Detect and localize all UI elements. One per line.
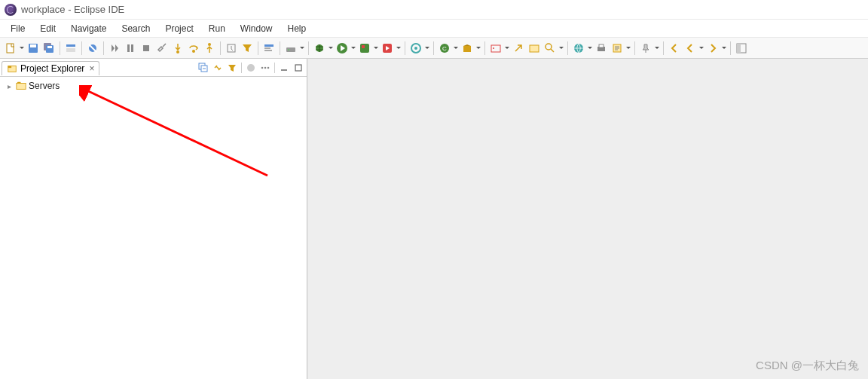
svg-rect-7 [66, 48, 75, 52]
editor-area[interactable] [307, 59, 868, 379]
new-button[interactable] [3, 41, 18, 56]
open-resource-button[interactable] [527, 41, 542, 56]
new-java-class-dropdown[interactable] [453, 41, 459, 56]
link-editor-button[interactable] [211, 61, 225, 75]
run-dropdown[interactable] [350, 41, 356, 56]
panel-tab-bar: Project Explorer × [0, 59, 307, 77]
svg-rect-52 [295, 65, 301, 71]
menu-project[interactable]: Project [157, 21, 200, 36]
web-browser-button[interactable] [571, 41, 586, 56]
svg-rect-5 [47, 46, 52, 48]
new-java-class-button[interactable]: C [437, 41, 452, 56]
maximize-button[interactable] [292, 61, 305, 75]
svg-rect-6 [66, 44, 75, 47]
svg-rect-20 [286, 47, 295, 52]
project-explorer-tab[interactable]: Project Explorer × [2, 61, 99, 75]
new-package-dropdown[interactable] [475, 41, 481, 56]
pin-editor-button[interactable] [638, 41, 653, 56]
menu-edit[interactable]: Edit [32, 21, 63, 36]
view-menu-button[interactable] [258, 61, 272, 75]
close-icon[interactable]: × [89, 63, 94, 74]
open-type-button[interactable] [261, 41, 277, 56]
run-last-button[interactable] [380, 41, 395, 56]
step-return-button[interactable] [202, 41, 217, 56]
menu-help[interactable]: Help [280, 21, 314, 36]
workspace: Project Explorer × ▸ Servers [0, 59, 868, 379]
new-server-dropdown[interactable] [299, 41, 305, 56]
open-task-dropdown[interactable] [504, 41, 510, 56]
pin-editor-dropdown[interactable] [654, 41, 660, 56]
menu-run[interactable]: Run [201, 21, 233, 36]
svg-rect-0 [7, 44, 14, 53]
open-element-button[interactable] [511, 41, 526, 56]
external-tools-button[interactable] [408, 41, 423, 56]
toolbar-separator [308, 41, 309, 55]
annotation-button[interactable] [610, 41, 625, 56]
svg-point-33 [493, 47, 494, 49]
terminate-button[interactable] [139, 41, 154, 56]
toolbar-separator [634, 41, 635, 55]
back-dropdown[interactable] [698, 41, 704, 56]
new-dropdown[interactable] [19, 41, 25, 56]
filter-button[interactable] [225, 61, 239, 75]
step-over-button[interactable] [186, 41, 201, 56]
svg-point-14 [192, 50, 195, 53]
drop-to-frame-button[interactable] [224, 41, 239, 56]
tree-item-servers[interactable]: ▸ Servers [5, 80, 302, 92]
forward-button[interactable] [705, 41, 720, 56]
menu-navigate[interactable]: Navigate [63, 21, 114, 36]
external-tools-dropdown[interactable] [424, 41, 430, 56]
coverage-dropdown[interactable] [373, 41, 379, 56]
perspective-button[interactable] [734, 41, 749, 56]
toolbar-separator [663, 41, 664, 55]
annotation-dropdown[interactable] [625, 41, 631, 56]
run-last-dropdown[interactable] [396, 41, 402, 56]
save-all-button[interactable] [41, 41, 57, 56]
open-task-button[interactable] [488, 41, 503, 56]
debug-dropdown[interactable] [328, 41, 334, 56]
svg-rect-53 [17, 84, 26, 90]
search-button[interactable] [542, 41, 558, 56]
disconnect-button[interactable] [154, 41, 170, 56]
debug-button[interactable] [312, 41, 327, 56]
minimize-button[interactable] [277, 61, 291, 75]
svg-rect-38 [599, 44, 604, 47]
print-button[interactable] [594, 41, 609, 56]
toolbar-separator [484, 41, 485, 55]
svg-point-13 [176, 50, 179, 53]
toggle-breadcrumb-button[interactable] [63, 41, 78, 56]
svg-rect-34 [530, 45, 539, 52]
web-browser-dropdown[interactable] [587, 41, 593, 56]
resume-button[interactable] [107, 41, 122, 56]
project-tree[interactable]: ▸ Servers [0, 77, 307, 379]
new-server-button[interactable] [283, 41, 298, 56]
toolbar-separator [220, 41, 221, 55]
step-filters-button[interactable] [240, 41, 255, 56]
skip-breakpoints-button[interactable] [85, 41, 100, 56]
svg-rect-11 [131, 44, 133, 52]
menu-search[interactable]: Search [114, 21, 157, 36]
collapse-all-button[interactable] [197, 61, 210, 75]
search-dropdown[interactable] [558, 41, 564, 56]
coverage-button[interactable] [357, 41, 372, 56]
run-button[interactable] [335, 41, 350, 56]
forward-dropdown[interactable] [721, 41, 727, 56]
expand-icon[interactable]: ▸ [5, 81, 14, 90]
new-package-button[interactable] [460, 41, 475, 56]
svg-point-21 [288, 49, 289, 50]
svg-rect-2 [30, 44, 36, 47]
toolbar-separator [258, 41, 258, 55]
menu-window[interactable]: Window [233, 21, 280, 36]
focus-task-button[interactable] [244, 61, 258, 75]
toolbar-separator [280, 41, 280, 55]
back-history-button[interactable] [683, 41, 698, 56]
menu-file[interactable]: File [3, 21, 32, 36]
suspend-button[interactable] [123, 41, 138, 56]
step-into-button[interactable] [170, 41, 185, 56]
project-explorer-panel: Project Explorer × ▸ Servers [0, 59, 307, 379]
save-button[interactable] [26, 41, 41, 56]
svg-rect-41 [737, 44, 741, 53]
svg-point-15 [208, 43, 211, 46]
back-button[interactable] [667, 41, 682, 56]
window-title: workplace - Eclipse IDE [21, 4, 124, 15]
